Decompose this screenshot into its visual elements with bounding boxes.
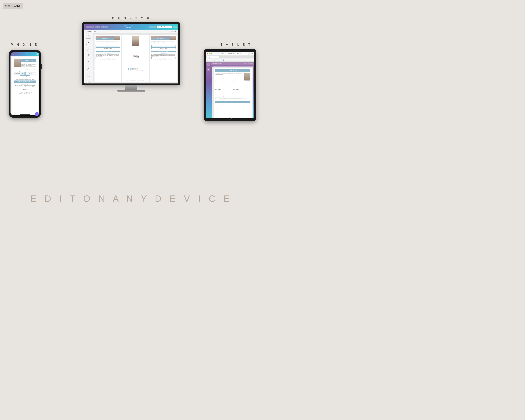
name-card-text: Jasmin RAWLING REALTOR: [131, 54, 140, 58]
homework-label-left: your homework: [95, 53, 120, 54]
active-tab[interactable]: All your Height - Canva ×: [207, 56, 219, 58]
first-name: Jasmin: [131, 54, 140, 56]
editor-title: Light sell it fast - Master: [123, 25, 135, 28]
sidebar-templates[interactable]: ⊞ Templates: [86, 35, 92, 39]
security-box-right: SECURITY 1ST TITLE: [151, 51, 176, 52]
browser-url-bar[interactable]: canva.com/design/DAMoDdi.../7490-With-Sc…: [213, 53, 249, 55]
phone-device: 9:41 ··· ⬆ ⬇ ▲▌ NOW WHAT? I am sure you …: [9, 50, 41, 118]
canva-subheader: Deselect 1 page ⬜ ⬜ 🗑: [84, 29, 178, 33]
tablet-device: canva.com/design/DAMoDdi.../7490-With-Sc…: [204, 49, 256, 121]
canva-header: ← Home File Resize Light sell it fast - …: [84, 24, 178, 29]
canva-logo-text: Canva: [14, 5, 20, 7]
canva-badge: MADE IN Canva: [3, 3, 23, 9]
browser-maximize-dot[interactable]: [211, 53, 212, 54]
phone-home-bar: [20, 114, 30, 115]
tablet-inspections-label: INSPECTIONS: [215, 69, 250, 72]
animate-btn[interactable]: Animate: [212, 63, 217, 64]
tablet-document-white: INSPECTIONS I am sure you are so excited…: [214, 68, 252, 118]
recruit-label: recruit money due bill: [95, 45, 107, 47]
browser-close-dot[interactable]: [207, 53, 208, 54]
phone-notch: [21, 51, 29, 52]
monitor-screen-inner: ← Home File Resize Light sell it fast - …: [84, 24, 178, 84]
tablet-sidebar-grid-icon[interactable]: ⊞: [207, 67, 210, 71]
footer-left: EMAIL@YOUREMAIL WWW.WEBSITE.COM: [95, 59, 120, 60]
sidebar-styles[interactable]: ◈ Styles: [86, 66, 92, 71]
sidebar-uploads[interactable]: ↑ Uploads: [86, 48, 92, 52]
tablet-editor-sidebar: ⌂ ⊞: [206, 62, 211, 118]
phone-check-text: Please make your earnest money check out…: [14, 79, 36, 80]
phone-photo-row: NOW WHAT? I am sure you are so excited t…: [14, 59, 36, 69]
panel-name-card[interactable]: Jasmin RAWLING REALTOR 📞 +123-456-7890 🌐…: [122, 35, 149, 82]
panel-body-text: I am sure you are so excited to have fou…: [95, 41, 120, 45]
bottom-cta-text: E D I T O N A N Y D E V I C E: [30, 193, 232, 204]
resize-btn[interactable]: Resize: [101, 26, 108, 28]
phone-now-what: NOW WHAT?: [21, 59, 36, 62]
phone-document: NOW WHAT? I am sure you are so excited t…: [12, 57, 38, 114]
phone-body-text: I am sure you are so excited to have fou…: [21, 63, 36, 69]
tablet-home-button[interactable]: [229, 117, 232, 120]
homework-label-right: your homework: [151, 53, 176, 54]
tablet-homework-label: your homework: [215, 96, 250, 98]
name-card-footer: EMAIL@YOUREMAIL.COM WWW.WEBSITE.COM: [126, 80, 145, 81]
phone-final-date: 1/29/2022: [14, 88, 36, 91]
panel-body-text-right: I am sure you are so excited to have fou…: [151, 41, 176, 45]
made-in-label: MADE IN: [5, 5, 13, 7]
panel-now-what-left[interactable]: NOW WHAT? I am sure you are so excited t…: [94, 35, 121, 82]
footer-right: EMAIL@YOUREMAIL WWW.WEBSITE.COM: [151, 59, 176, 60]
panel-row: NOW WHAT? I am sure you are so excited t…: [94, 35, 177, 82]
tablet-sidebar-home-icon[interactable]: ⌂: [207, 63, 210, 66]
sidebar-photos[interactable]: 🖼 Photos: [86, 54, 92, 58]
grid-box-2: [233, 83, 250, 88]
money-amount: second money amount: [108, 45, 120, 47]
phone-text-area: NOW WHAT? I am sure you are so excited t…: [21, 59, 36, 69]
phone-fab-button[interactable]: +: [35, 112, 39, 116]
duration-btn[interactable]: 5.0s: [218, 63, 222, 64]
sidebar-background[interactable]: ⬚ Background: [86, 79, 92, 84]
phone-side-button: [41, 64, 42, 69]
name-card-photo: [132, 36, 139, 46]
phone-label: P H O N E: [11, 43, 38, 47]
browser-nav-icons: ⬅ ➡ ↻: [250, 53, 253, 54]
phone-money-row: recruit money due bill $2,500: [14, 72, 36, 75]
panel-now-what-right[interactable]: NOW WHAT? I am sure you are so excited t…: [150, 35, 177, 82]
phone-security-box: SECURITY 1ST TITLE: [14, 81, 36, 83]
sidebar-videos[interactable]: ▷ Videos: [86, 73, 92, 77]
tablet-label: T A B L E T: [221, 43, 252, 47]
browser-minimize-dot[interactable]: [209, 53, 210, 54]
panel-header-image: NOW WHAT?: [95, 36, 120, 40]
print-btn[interactable]: Print Letterheads: [157, 26, 172, 28]
deselect-label: Deselect 1 page: [86, 31, 96, 32]
sidebar-text[interactable]: T Text: [86, 60, 92, 64]
date-box-right: 12/17/2021 $2,500: [151, 47, 176, 49]
tablet-bookmark-bar: 🔖 Canva 🛒 Etsy 🛒 Canva 🌐 Shopify 📘 Readi…: [206, 58, 254, 62]
canva-sidebar: ⊞ Templates ✦ Elements ↑ Uploads 🖼 Photo…: [84, 33, 93, 84]
grid-box-1: [215, 83, 232, 88]
grid-label-2: Seller signature: [233, 81, 250, 83]
phone-hw-text: It is very important to deliver all the …: [14, 85, 36, 87]
grid-label-1: Buyer signature: [215, 81, 232, 83]
tablet-outer-shell: canva.com/design/DAMoDdi.../7490-With-Sc…: [204, 49, 256, 121]
final-date-box: 1/29/2022: [95, 57, 120, 59]
file-btn[interactable]: File: [95, 26, 100, 28]
security-box: SECURITY 1ST TITLE: [95, 51, 120, 52]
more-btn[interactable]: ···: [173, 26, 177, 28]
grid-box-3: [215, 90, 232, 95]
grid-cell-2: Seller signature: [233, 81, 250, 88]
monitor-stand: [125, 85, 137, 90]
sidebar-elements[interactable]: ✦ Elements: [86, 41, 92, 45]
grid-label-4: Seller signature: [233, 89, 250, 90]
hw-text-right: It is very important to deliver all the …: [151, 54, 176, 57]
hw-text-left: It is very important to deliver all the …: [95, 54, 120, 57]
money-amount-right: second money amount: [164, 45, 176, 47]
phone-outer-shell: 9:41 ··· ⬆ ⬇ ▲▌ NOW WHAT? I am sure you …: [9, 50, 41, 118]
back-home-btn[interactable]: ← Home: [86, 26, 94, 28]
phone-status-icons: ▲▌: [36, 53, 38, 55]
tablet-sidebar-inner: ⌂ ⊞: [206, 62, 211, 118]
make-check-text: Please make your earnest money check out…: [95, 49, 120, 50]
share-btn[interactable]: Share: [149, 26, 156, 28]
contact-info: 📞 +123-456-7890 🌐 www.reallygreatsite.co…: [128, 66, 143, 72]
grid-cell-1: Buyer signature: [215, 81, 232, 88]
tablet-portrait-img: [244, 73, 250, 81]
desktop-label: D E S K T O P: [112, 17, 150, 20]
phone-commitment-text: It is my commitment and goal to make sur…: [14, 69, 36, 72]
